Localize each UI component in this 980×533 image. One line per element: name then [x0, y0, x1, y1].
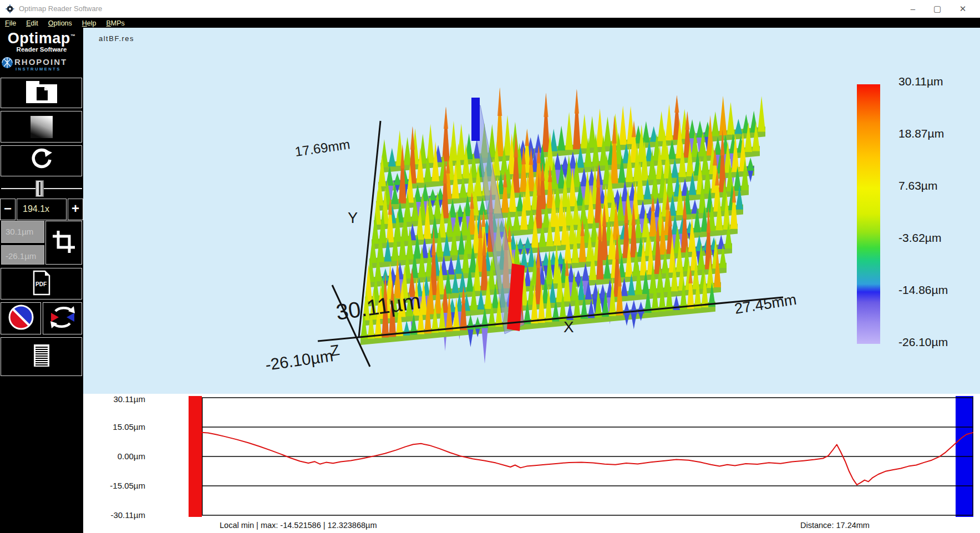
crop-button[interactable]	[45, 221, 82, 265]
y-axis-length-label: 17.69mm	[294, 136, 351, 159]
surface-mesh	[360, 88, 765, 364]
pdf-export-button[interactable]: PDF	[1, 268, 82, 300]
zoom-out-button[interactable]: −	[0, 199, 16, 220]
slider-handle[interactable]	[35, 180, 44, 197]
pdf-icon-label: PDF	[35, 281, 47, 287]
zoom-level-display: 194.1x	[17, 199, 67, 220]
zoom-in-button[interactable]: +	[68, 199, 83, 220]
colorbar-tick: -14.86µm	[898, 283, 948, 298]
profile-ytick: -15.05µm	[83, 481, 145, 491]
loaded-filename: altBF.res	[99, 34, 134, 43]
menu-item-options[interactable]: Options	[43, 18, 77, 28]
crop-icon	[52, 230, 76, 256]
profile-ytick: 30.11µm	[83, 394, 145, 404]
scale-max-button[interactable]: 30.1µm	[1, 221, 44, 243]
menu-item-file[interactable]: File	[0, 18, 21, 28]
folder-open-icon	[24, 80, 59, 106]
profile-panel: 30.11µm15.05µm0.00µm-15.05µm-30.11µm Loc…	[83, 394, 980, 533]
report-icon	[33, 344, 50, 369]
colorbar-tick: -26.10µm	[898, 336, 948, 350]
menu-item-bmps[interactable]: BMPs	[101, 18, 130, 28]
app-icon	[6, 4, 14, 13]
local-minmax-status: Local min | max: -14.521586 | 12.323868µ…	[220, 521, 377, 530]
menu-bar: FileEditOptionsHelpBMPs	[0, 18, 980, 28]
x-axis-letter: X	[563, 318, 574, 336]
profile-ytick: 0.00µm	[83, 451, 145, 461]
rhopoint-logo: RHOPOINT INSTRUMENTS	[0, 55, 83, 74]
surface-view-panel: 17.69mmY30.11µmZ-26.10µmX27.45mm altBF.r…	[83, 28, 980, 394]
rotate-icon	[29, 148, 54, 174]
x-axis-length-label: 27.45mm	[733, 291, 798, 317]
menu-item-edit[interactable]: Edit	[21, 18, 43, 28]
reset-view-button[interactable]	[1, 145, 82, 176]
colorbar-tick: 18.87µm	[898, 127, 944, 141]
z-axis-min-label: -26.10µm	[264, 347, 334, 374]
section-marker-end-3d[interactable]	[471, 98, 480, 141]
profile-ytick: 15.05µm	[83, 422, 145, 432]
zoom-controls: − 194.1x +	[0, 199, 83, 220]
window-title: Optimap Reader Software	[19, 4, 102, 13]
y-axis-letter: Y	[348, 210, 358, 226]
close-button[interactable]: ✕	[953, 0, 972, 18]
disable-colors-button[interactable]	[1, 302, 41, 334]
report-button[interactable]	[1, 337, 82, 376]
menu-item-help[interactable]: Help	[77, 18, 101, 28]
brand-name: Optimap™	[0, 30, 83, 47]
no-color-icon	[8, 304, 34, 333]
rhopoint-globe-icon	[1, 57, 13, 69]
profile-line	[202, 433, 973, 485]
profile-marker-start[interactable]	[189, 396, 202, 517]
brand-tm: ™	[70, 33, 76, 39]
sidebar: Optimap™ Reader Software RHOPOINT INSTRU…	[0, 28, 83, 533]
gradient-icon	[31, 116, 53, 138]
maximize-button[interactable]: ▢	[928, 0, 947, 18]
height-scale-slider[interactable]	[0, 180, 83, 197]
colorbar-tick: 7.63µm	[898, 179, 937, 194]
profile-chart[interactable]	[202, 397, 973, 516]
profile-ytick: -30.11µm	[83, 510, 145, 520]
rhopoint-subname: INSTRUMENTS	[16, 67, 61, 72]
grayscale-view-button[interactable]	[1, 111, 82, 143]
minimize-button[interactable]: –	[903, 0, 922, 18]
rhopoint-name: RHOPOINT	[14, 57, 67, 67]
pdf-icon: PDF	[31, 270, 53, 298]
scale-min-button[interactable]: -26.1µm	[1, 245, 44, 265]
colorbar	[857, 84, 880, 344]
app-window: Optimap Reader Software – ▢ ✕ FileEditOp…	[0, 0, 980, 533]
swap-colors-icon	[48, 304, 78, 332]
title-bar: Optimap Reader Software – ▢ ✕	[0, 0, 980, 18]
colorbar-tick: 30.11µm	[898, 75, 943, 89]
brand-block: Optimap™ Reader Software	[0, 30, 83, 53]
surface-plot-3d[interactable]: 17.69mmY30.11µmZ-26.10µmX27.45mm	[83, 28, 980, 394]
swap-colors-button[interactable]	[43, 302, 82, 334]
distance-status: Distance: 17.24mm	[800, 521, 870, 530]
colorbar-tick: -3.62µm	[898, 231, 941, 246]
open-file-button[interactable]	[1, 78, 82, 108]
